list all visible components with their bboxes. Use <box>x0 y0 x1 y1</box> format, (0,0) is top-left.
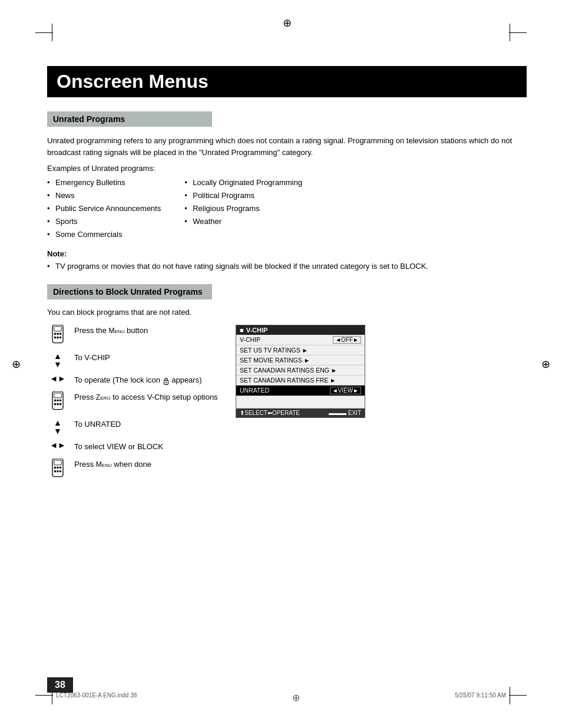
svg-point-3 <box>59 332 62 335</box>
step-3-text: To operate (The lock icon appears) <box>74 374 224 386</box>
corner-mark <box>509 32 527 33</box>
note-text: TV programs or movies that do not have r… <box>47 261 527 272</box>
remote-icon-2 <box>47 391 68 413</box>
steps-area: Press the Menu button ▲▼ To V-CHIP ◄► To… <box>47 325 527 486</box>
footer-right: 5/25/07 9:11:50 AM <box>455 692 506 703</box>
step-2-text: To V-CHIP <box>74 352 224 364</box>
vchip-row-us-tv: SET US TV RATINGS ► <box>236 345 365 355</box>
registration-mark-right: ⊕ <box>541 358 550 370</box>
can-block-text: You can block programs that are not rate… <box>47 308 527 317</box>
vchip-menu-area: ■ V-CHIP V-CHIP ◄OFF► SET US TV RATINGS … <box>236 325 527 486</box>
list-item: Political Programs <box>184 189 302 202</box>
svg-point-6 <box>57 332 59 335</box>
note-label: Note: <box>47 249 527 258</box>
page-number: 38 <box>47 677 73 693</box>
svg-point-20 <box>54 466 57 469</box>
svg-point-13 <box>59 400 62 402</box>
svg-point-22 <box>54 470 57 473</box>
directions-section: Directions to Block Unrated Programs You… <box>47 284 527 486</box>
step-4-text: Press Zero to access V-Chip setup option… <box>74 391 224 403</box>
directions-header: Directions to Block Unrated Programs <box>47 284 212 299</box>
svg-point-7 <box>57 337 59 339</box>
vchip-row-movie: SET MOVIE RATINGS ► <box>236 355 365 365</box>
svg-point-16 <box>57 400 59 402</box>
svg-rect-19 <box>54 460 62 465</box>
step-4: Press Zero to access V-Chip setup option… <box>47 391 224 413</box>
svg-point-2 <box>54 332 57 335</box>
corner-mark <box>52 24 52 41</box>
updown-arrow-icon-2: ▲▼ <box>47 419 68 435</box>
updown-arrow-icon: ▲▼ <box>47 352 68 368</box>
step-2: ▲▼ To V-CHIP <box>47 352 224 368</box>
leftright-arrow-icon: ◄► <box>47 374 68 383</box>
svg-point-12 <box>54 400 57 402</box>
bullet-columns: Emergency Bulletins News Public Service … <box>47 176 527 241</box>
list-item: Weather <box>184 215 302 228</box>
svg-point-14 <box>54 403 57 406</box>
examples-label: Examples of Unrated programs: <box>47 164 527 173</box>
bullets-right: Locally Originated Programming Political… <box>184 176 302 228</box>
vchip-footer-left: ⬆SELECT⬅OPERATE <box>240 410 300 416</box>
list-item: News <box>47 189 161 202</box>
unrated-body-text: Unrated programming refers to any progra… <box>47 135 527 158</box>
list-item: Some Commercials <box>47 228 161 241</box>
svg-point-24 <box>57 466 59 469</box>
footer-left: LCT2063-001E-A ENG.indd 38 <box>56 692 137 703</box>
svg-point-5 <box>59 337 62 339</box>
svg-rect-11 <box>54 393 62 398</box>
step-1: Press the Menu button <box>47 325 224 346</box>
vchip-row-canadian-fre: SET CANADIAN RATINGS FRE ► <box>236 375 365 386</box>
step-5: ▲▼ To UNRATED <box>47 419 224 435</box>
remote-icon-3 <box>47 459 68 480</box>
step-6: ◄► To select VIEW or BLOCK <box>47 441 224 453</box>
remote-icon-1 <box>47 325 68 346</box>
registration-mark-left: ⊕ <box>12 358 21 370</box>
vchip-footer: ⬆SELECT⬅OPERATE ▬▬▬ EXIT <box>236 409 365 417</box>
step-3: ◄► To operate (The lock icon appears) <box>47 374 224 386</box>
footer-crosshair: ⊕ <box>292 692 300 703</box>
leftright-arrow-icon-2: ◄► <box>47 441 68 449</box>
vchip-row-unrated: UNRATED ◄VIEW► <box>236 386 365 396</box>
step-7-text: Press Menu when done <box>74 459 224 470</box>
vchip-row-vchip: V-CHIP ◄OFF► <box>236 335 365 345</box>
vchip-row-canadian-eng: SET CANADIAN RATINGS ENG ► <box>236 365 365 375</box>
svg-point-21 <box>59 466 62 469</box>
page: ⊕ Onscreen Menus Unrated Programs Unrate… <box>0 0 562 728</box>
bullet-col-right: Locally Originated Programming Political… <box>184 176 302 241</box>
vchip-footer-right: ▬▬▬ EXIT <box>329 410 361 416</box>
svg-rect-1 <box>54 327 62 331</box>
unrated-programs-header: Unrated Programs <box>47 111 212 127</box>
vchip-header-icon: ■ <box>240 327 244 334</box>
list-item: Sports <box>47 215 161 228</box>
bullet-col-left: Emergency Bulletins News Public Service … <box>47 176 161 241</box>
vchip-header-label: V-CHIP <box>246 327 268 334</box>
corner-mark <box>35 32 53 33</box>
vchip-menu-header: ■ V-CHIP <box>236 325 365 335</box>
svg-point-25 <box>57 470 59 473</box>
unrated-programs-section: Unrated Programs Unrated programming ref… <box>47 111 527 272</box>
svg-point-23 <box>59 470 62 473</box>
bullets-left: Emergency Bulletins News Public Service … <box>47 176 161 241</box>
footer: LCT2063-001E-A ENG.indd 38 ⊕ 5/25/07 9:1… <box>0 692 562 703</box>
page-title: Onscreen Menus <box>47 66 527 97</box>
vchip-row-spacer <box>236 396 365 409</box>
list-item: Religious Programs <box>184 202 302 215</box>
list-item: Emergency Bulletins <box>47 176 161 189</box>
svg-point-4 <box>54 337 57 339</box>
list-item: Locally Originated Programming <box>184 176 302 189</box>
steps-left: Press the Menu button ▲▼ To V-CHIP ◄► To… <box>47 325 224 486</box>
corner-mark <box>510 24 510 41</box>
list-item: Public Service Announcements <box>47 202 161 215</box>
vchip-menu: ■ V-CHIP V-CHIP ◄OFF► SET US TV RATINGS … <box>236 325 365 418</box>
step-5-text: To UNRATED <box>74 419 224 430</box>
svg-point-15 <box>59 403 62 406</box>
registration-mark-top: ⊕ <box>283 17 292 29</box>
step-6-text: To select VIEW or BLOCK <box>74 441 224 453</box>
step-1-text: Press the Menu button <box>74 325 224 337</box>
svg-point-17 <box>57 403 59 406</box>
svg-point-9 <box>166 381 167 383</box>
step-7: Press Menu when done <box>47 459 224 480</box>
